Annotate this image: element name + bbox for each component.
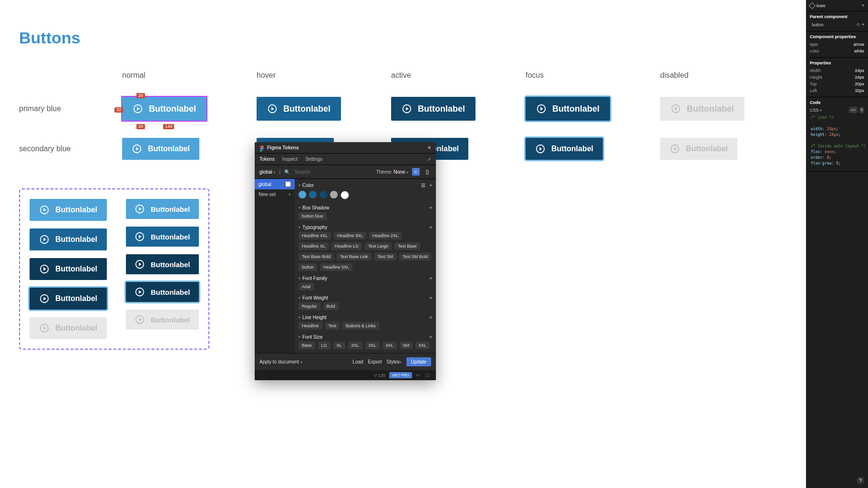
token-chip[interactable]: 2XL — [348, 342, 362, 349]
add-token-icon[interactable]: + — [429, 183, 432, 188]
section-box-shadow: ▾Box Shadow+button blue — [299, 204, 432, 220]
token-chip[interactable]: Headline — [299, 322, 322, 330]
set-new[interactable]: New set+ — [255, 189, 295, 199]
paragraph-icon[interactable]: ¶ — [859, 107, 864, 113]
token-chip[interactable]: SM — [400, 342, 413, 349]
list-icon[interactable]: ☰ — [421, 183, 425, 188]
button-primary-active[interactable]: Buttonlabel — [391, 97, 475, 121]
component-variants-frame[interactable]: Buttonlabel Buttonlabel Buttonlabel Butt… — [19, 188, 209, 350]
button-secondary-focus[interactable]: Buttonlabel — [526, 138, 603, 160]
variant-sm-focus[interactable]: Buttonlabel — [126, 282, 199, 302]
export-button[interactable]: Export — [368, 359, 382, 364]
token-chip[interactable]: Text Base — [394, 242, 420, 250]
add-token-icon[interactable]: + — [429, 295, 432, 301]
caret-down-icon[interactable]: ▾ — [299, 183, 300, 187]
play-circle-icon — [402, 104, 412, 114]
set-global[interactable]: global — [255, 179, 295, 189]
variant-primary-focus[interactable]: Buttonlabel — [30, 288, 107, 310]
token-chip[interactable]: Headline 4XL — [299, 232, 331, 239]
view-list-icon[interactable]: ≡ — [412, 168, 420, 176]
search-icon: 🔍 — [284, 169, 290, 175]
device-desktop-icon[interactable]: ▢ — [425, 373, 431, 378]
theme-selector[interactable]: Theme: None ▾ — [376, 169, 408, 175]
variant-primary-hover[interactable]: Buttonlabel — [30, 228, 107, 250]
device-tablet-icon[interactable]: ▭ — [416, 373, 422, 378]
css-language-select[interactable]: CSS ▾ — [810, 108, 822, 113]
play-circle-icon — [39, 205, 50, 215]
variant-sm-normal[interactable]: Buttonlabel — [126, 199, 199, 219]
add-token-icon[interactable]: + — [429, 334, 432, 340]
target-icon[interactable]: ⌖ — [862, 3, 864, 8]
instance-icon[interactable]: ◇ — [857, 22, 860, 27]
variant-primary-active[interactable]: Buttonlabel — [30, 258, 107, 280]
design-canvas[interactable]: Buttons normal hover active focus disabl… — [0, 0, 806, 488]
token-chip[interactable]: Bold — [323, 302, 339, 310]
token-chip[interactable]: Text Large — [365, 242, 392, 250]
inspector-selection[interactable]: icon ⌖ — [806, 0, 868, 11]
help-icon[interactable]: ? — [857, 477, 864, 484]
token-chip[interactable]: Text SM Bold — [399, 253, 431, 260]
add-token-icon[interactable]: + — [429, 205, 432, 210]
token-chip[interactable]: Text Base Link — [337, 253, 372, 260]
tab-tokens[interactable]: Tokens — [259, 156, 275, 162]
collapse-icon[interactable]: ⤢ — [427, 156, 431, 162]
row-label-secondary: secondary blue — [19, 145, 114, 153]
tab-settings[interactable]: Settings — [305, 156, 322, 162]
selected-layer-frame[interactable]: Buttonlabel 20 32 20 149 — [122, 97, 207, 121]
token-chip[interactable]: Base — [299, 342, 315, 349]
token-chip[interactable]: Text Base Bold — [299, 253, 334, 260]
measure-left: 32 — [114, 107, 123, 113]
token-chip[interactable]: Text — [325, 322, 340, 330]
token-chip[interactable]: XL — [333, 342, 345, 349]
token-chip[interactable]: Headline XL — [299, 242, 329, 250]
token-chip[interactable]: Buttons & Links — [342, 322, 379, 330]
token-chip[interactable]: button — [299, 263, 317, 271]
color-swatch[interactable] — [309, 191, 317, 198]
token-chip[interactable]: LG — [318, 342, 331, 349]
add-token-icon[interactable]: + — [429, 276, 432, 281]
token-chip[interactable]: Headline LG — [331, 242, 362, 250]
plugin-header[interactable]: Figma Tokens ✕ — [255, 142, 436, 154]
token-chip[interactable]: 4XL — [382, 342, 397, 349]
button-primary-hover[interactable]: Buttonlabel — [257, 97, 341, 121]
get-pro-button[interactable]: GET PRO — [389, 372, 412, 378]
close-icon[interactable]: ✕ — [427, 145, 431, 150]
play-circle-icon — [39, 323, 50, 333]
token-chip[interactable]: 3XL — [365, 342, 380, 349]
color-swatch[interactable] — [299, 191, 306, 198]
button-primary-normal[interactable]: Buttonlabel — [122, 97, 207, 121]
css-code-block[interactable]: /* icon */ width: 24px; height: 24px; /*… — [810, 113, 864, 168]
variant-primary-normal[interactable]: Buttonlabel — [30, 199, 107, 221]
token-chip[interactable]: 5XL — [415, 342, 430, 349]
update-button[interactable]: Update — [406, 357, 431, 366]
color-swatch[interactable] — [320, 191, 327, 198]
variant-sm-hover[interactable]: Buttonlabel — [126, 227, 199, 247]
token-chip[interactable]: Regular — [299, 302, 320, 310]
color-swatch[interactable] — [330, 191, 338, 198]
variant-sm-active[interactable]: Buttonlabel — [126, 254, 199, 274]
load-button[interactable]: Load — [352, 359, 363, 364]
token-chip[interactable]: Headline 3XL — [334, 232, 366, 239]
button-secondary-normal[interactable]: Buttonlabel — [122, 138, 199, 160]
variant-column-small: Buttonlabel Buttonlabel Buttonlabel Butt… — [126, 199, 199, 339]
token-chip[interactable]: Arial — [299, 283, 314, 291]
figma-tokens-panel[interactable]: Figma Tokens ✕ Tokens Inspect Settings ⤢… — [255, 142, 436, 380]
parent-component-link[interactable]: button ◇⌖ — [810, 21, 864, 28]
color-swatch[interactable] — [341, 191, 349, 199]
token-chip[interactable]: button blue — [299, 212, 327, 220]
token-chip[interactable]: Headline 2XL — [369, 232, 402, 239]
view-json-icon[interactable]: {} — [424, 168, 431, 176]
apply-to-document[interactable]: Apply to document ▾ — [259, 359, 302, 364]
styles-button[interactable]: Styles▾ — [387, 359, 402, 364]
search-input[interactable] — [294, 169, 372, 175]
button-primary-focus[interactable]: Buttonlabel — [526, 97, 610, 121]
set-selector[interactable]: global ▾ — [259, 169, 275, 175]
page-title: Buttons — [19, 29, 787, 47]
add-token-icon[interactable]: + — [429, 315, 432, 320]
tab-inspect[interactable]: Inspect — [282, 156, 298, 162]
token-chip[interactable]: Headline 5XL — [320, 263, 352, 271]
goto-icon[interactable]: ⌖ — [862, 22, 864, 27]
token-chip[interactable]: Text SM — [374, 253, 397, 260]
add-token-icon[interactable]: + — [429, 225, 432, 230]
code-view-icon[interactable]: </> — [849, 107, 858, 113]
